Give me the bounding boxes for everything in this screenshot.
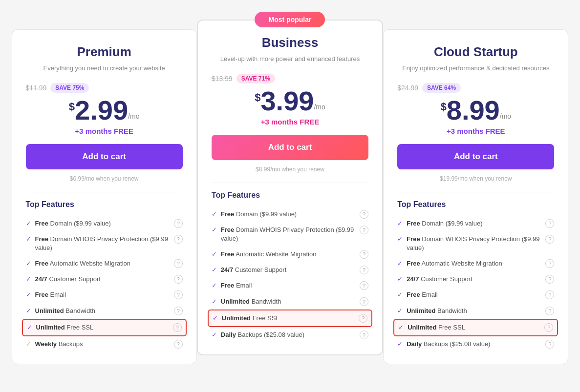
help-icon-premium-7[interactable]: ? (174, 340, 183, 349)
free-months-cloud-startup: +3 months FREE (397, 127, 554, 135)
check-icon-premium-1: ✓ (26, 235, 31, 243)
help-icon-cloud-startup-0[interactable]: ? (545, 219, 554, 228)
help-icon-premium-5[interactable]: ? (174, 307, 183, 315)
help-icon-cloud-startup-1[interactable]: ? (545, 235, 554, 244)
check-icon-cloud-startup-4: ✓ (397, 291, 403, 298)
price-per-premium: /mo (128, 112, 139, 120)
feature-left-business-4: ✓ Free Email (212, 281, 356, 290)
save-badge-premium: SAVE 75% (50, 83, 89, 93)
price-amount-premium: 2.99 (75, 97, 128, 124)
features-title-cloud-startup: Top Features (397, 200, 554, 209)
feature-item-business-6: ✓ Unlimited Free SSL ? (208, 309, 372, 327)
add-to-cart-button-business[interactable]: Add to cart (212, 135, 368, 160)
feature-text-cloud-startup-1: Free Domain WHOIS Privacy Protection ($9… (407, 235, 541, 252)
feature-left-cloud-startup-7: ✓ Daily Backups ($25.08 value) (397, 340, 541, 349)
most-popular-badge: Most popular (255, 12, 325, 27)
check-icon-cloud-startup-2: ✓ (397, 260, 403, 267)
check-icon-cloud-startup-7: ✓ (397, 340, 403, 348)
feature-item-cloud-startup-2: ✓ Free Automatic Website Migration ? (397, 256, 554, 271)
check-icon-cloud-startup-3: ✓ (397, 275, 403, 283)
help-icon-business-6[interactable]: ? (359, 314, 367, 323)
card-title-premium: Premium (26, 44, 183, 60)
pricing-meta-premium: $11.99 SAVE 75% (26, 83, 183, 93)
add-to-cart-button-cloud-startup[interactable]: Add to cart (397, 144, 554, 169)
card-subtitle-cloud-startup: Enjoy optimized performance & dedicated … (397, 63, 554, 73)
help-icon-premium-6[interactable]: ? (173, 323, 182, 332)
check-icon-premium-2: ✓ (26, 260, 31, 267)
check-icon-business-4: ✓ (212, 282, 217, 289)
check-icon-business-2: ✓ (212, 250, 217, 258)
help-icon-cloud-startup-2[interactable]: ? (545, 259, 554, 268)
feature-item-business-0: ✓ Free Domain ($9.99 value) ? (212, 206, 368, 222)
help-icon-business-5[interactable]: ? (360, 297, 368, 306)
features-title-premium: Top Features (26, 200, 183, 209)
help-icon-premium-4[interactable]: ? (174, 290, 183, 299)
pricing-meta-business: $13.99 SAVE 71% (212, 74, 368, 83)
feature-text-business-2: Free Automatic Website Migration (221, 250, 317, 259)
check-icon-cloud-startup-0: ✓ (397, 220, 403, 227)
check-icon-premium-4: ✓ (26, 291, 31, 298)
price-row-cloud-startup: $ 8.99 /mo (397, 97, 554, 124)
check-icon-cloud-startup-5: ✓ (397, 307, 403, 314)
check-icon-business-0: ✓ (212, 210, 217, 218)
feature-left-business-5: ✓ Unlimited Bandwidth (212, 297, 356, 306)
feature-left-premium-3: ✓ 24/7 Customer Support (26, 275, 170, 284)
help-icon-cloud-startup-6[interactable]: ? (544, 323, 553, 332)
feature-item-premium-3: ✓ 24/7 Customer Support ? (26, 271, 183, 287)
price-dollar-cloud-startup: $ (441, 101, 447, 113)
help-icon-premium-1[interactable]: ? (174, 235, 183, 244)
price-amount-cloud-startup: 8.99 (447, 97, 500, 124)
price-amount-business: 3.99 (260, 87, 314, 115)
feature-item-premium-7: ✓ Weekly Backups ? (26, 336, 183, 352)
help-icon-cloud-startup-3[interactable]: ? (545, 275, 554, 284)
divider-cloud-startup (397, 192, 554, 192)
feature-left-cloud-startup-4: ✓ Free Email (397, 290, 541, 299)
help-icon-cloud-startup-7[interactable]: ? (545, 340, 554, 349)
card-subtitle-premium: Everything you need to create your websi… (26, 63, 183, 73)
help-icon-business-7[interactable]: ? (360, 330, 368, 339)
card-subtitle-business: Level-up with more power and enhanced fe… (212, 54, 368, 64)
help-icon-premium-3[interactable]: ? (174, 275, 183, 284)
feature-item-business-5: ✓ Unlimited Bandwidth ? (212, 294, 368, 309)
pricing-card-cloud-startup: Cloud StartupEnjoy optimized performance… (383, 29, 568, 364)
help-icon-business-4[interactable]: ? (360, 281, 368, 290)
check-icon-premium-6: ✓ (27, 324, 32, 331)
help-icon-premium-2[interactable]: ? (174, 259, 183, 268)
feature-left-cloud-startup-3: ✓ 24/7 Customer Support (397, 275, 541, 284)
help-icon-cloud-startup-4[interactable]: ? (545, 290, 554, 299)
help-icon-business-1[interactable]: ? (360, 226, 368, 234)
price-row-premium: $ 2.99 /mo (26, 97, 183, 124)
feature-left-premium-1: ✓ Free Domain WHOIS Privacy Protection (… (26, 235, 170, 252)
renew-price-business: $8.99/mo when you renew (212, 166, 368, 173)
original-price-cloud-startup: $24.99 (397, 84, 418, 92)
check-icon-cloud-startup-6: ✓ (398, 324, 404, 331)
feature-text-business-4: Free Email (221, 281, 252, 290)
check-icon-business-6: ✓ (213, 314, 218, 322)
divider-business (212, 183, 368, 183)
check-icon-premium-7: ✓ (26, 340, 31, 348)
check-icon-business-7: ✓ (212, 331, 217, 338)
save-badge-cloud-startup: SAVE 64% (422, 83, 461, 93)
feature-text-cloud-startup-6: Unlimited Free SSL (408, 323, 465, 332)
help-icon-business-2[interactable]: ? (360, 250, 368, 259)
feature-item-cloud-startup-6: ✓ Unlimited Free SSL ? (393, 319, 558, 336)
feature-left-business-6: ✓ Unlimited Free SSL (213, 314, 355, 323)
check-icon-cloud-startup-1: ✓ (397, 235, 403, 243)
feature-item-business-2: ✓ Free Automatic Website Migration ? (212, 247, 368, 262)
help-icon-business-3[interactable]: ? (360, 266, 368, 274)
feature-left-business-3: ✓ 24/7 Customer Support (212, 266, 356, 274)
feature-text-premium-5: Unlimited Bandwidth (35, 307, 96, 315)
feature-left-premium-4: ✓ Free Email (26, 290, 170, 299)
feature-left-business-0: ✓ Free Domain ($9.99 value) (212, 210, 356, 219)
feature-item-cloud-startup-1: ✓ Free Domain WHOIS Privacy Protection (… (397, 231, 554, 256)
help-icon-cloud-startup-5[interactable]: ? (545, 307, 554, 315)
add-to-cart-button-premium[interactable]: Add to cart (26, 144, 183, 169)
feature-text-business-7: Daily Backups ($25.08 value) (221, 330, 304, 339)
help-icon-premium-0[interactable]: ? (174, 219, 183, 228)
check-icon-business-3: ✓ (212, 266, 217, 273)
feature-text-premium-7: Weekly Backups (35, 340, 83, 349)
original-price-premium: $11.99 (26, 84, 47, 92)
feature-text-cloud-startup-3: 24/7 Customer Support (407, 275, 472, 284)
help-icon-business-0[interactable]: ? (360, 210, 368, 219)
feature-item-business-3: ✓ 24/7 Customer Support ? (212, 262, 368, 278)
